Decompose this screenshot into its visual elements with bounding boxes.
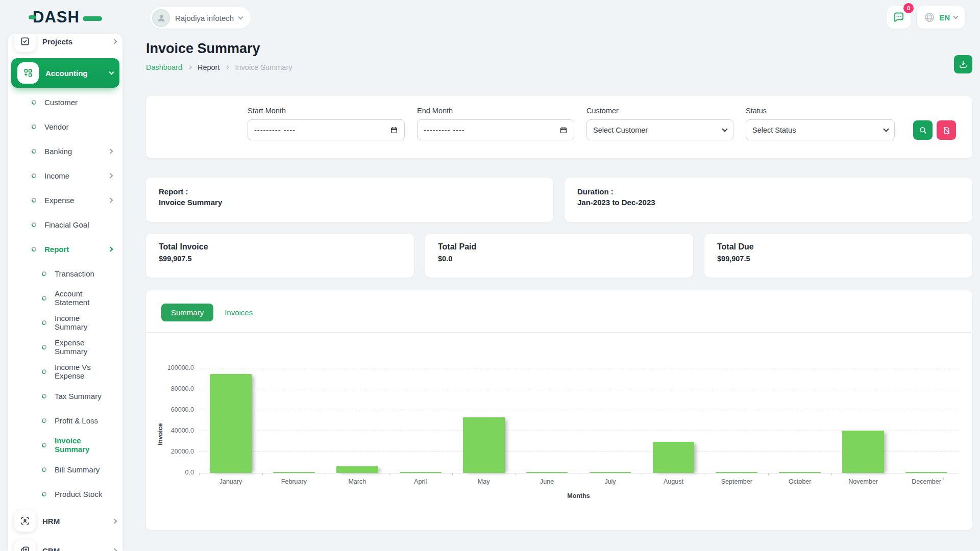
calendar-icon	[559, 126, 568, 134]
bar-march[interactable]	[336, 466, 378, 473]
sidebar-item-profit-loss[interactable]: Profit & Loss	[8, 408, 122, 433]
sidebar-item-label: Vendor	[44, 122, 112, 131]
sidebar-item-label: Transaction	[55, 269, 112, 278]
bullet-icon	[42, 320, 46, 325]
sidebar-item-label: Expense	[44, 196, 101, 205]
x-tick-label: October	[768, 478, 831, 485]
status-select-value: Select Status	[752, 126, 796, 134]
bar-september[interactable]	[716, 472, 757, 473]
sidebar-item-finacial-goal[interactable]: Finacial Goal	[8, 212, 122, 237]
total-due-card: Total Due $99,907.5	[704, 234, 972, 278]
sidebar-item-banking[interactable]: Banking	[8, 139, 122, 163]
sidebar-item-income-summary[interactable]: Income Summary	[8, 310, 122, 335]
bar-october[interactable]	[779, 472, 821, 473]
language-code: EN	[939, 13, 950, 22]
chevron-right-icon	[188, 65, 192, 69]
bar-february[interactable]	[273, 472, 315, 473]
status-select[interactable]: Select Status	[746, 119, 895, 140]
top-bar: DASH Rajodiya infotech 0 EN	[0, 0, 980, 34]
notification-badge: 0	[903, 3, 914, 13]
x-tick-label: February	[262, 478, 326, 485]
end-month-input[interactable]: --------- ----	[417, 119, 574, 140]
calendar-icon	[390, 126, 398, 134]
bar-july[interactable]	[590, 472, 631, 473]
x-tick-label: December	[895, 478, 958, 485]
chevron-down-icon	[722, 126, 727, 132]
invoice-bar-chart: Invoice 100000.080000.060000.040000.0200…	[199, 368, 958, 499]
duration-label: Duration :	[577, 187, 960, 196]
sidebar-item-account-statement[interactable]: Account Statement	[8, 286, 122, 310]
chevron-right-icon	[108, 197, 113, 203]
total-invoice-value: $99,907.5	[159, 255, 401, 263]
clear-filter-button[interactable]	[937, 120, 956, 140]
sidebar-item-label: Expense Summary	[55, 338, 112, 356]
sidebar-item-label: Report	[44, 245, 101, 254]
bar-august[interactable]	[653, 442, 695, 473]
customer-select[interactable]: Select Customer	[586, 119, 733, 140]
sidebar-item-projects[interactable]: Projects	[8, 34, 122, 56]
sidebar-item-label: Income	[44, 171, 101, 180]
x-tick-label: January	[199, 478, 262, 485]
sidebar-item-product-stock[interactable]: Product Stock	[8, 482, 122, 506]
bar-april[interactable]	[400, 472, 442, 473]
breadcrumb-report[interactable]: Report	[198, 63, 220, 71]
chevron-right-icon	[112, 39, 117, 44]
sidebar-item-income[interactable]: Income	[8, 163, 122, 188]
sidebar-item-income-vs-expense[interactable]: Income Vs Expense	[8, 359, 122, 384]
chevron-right-icon	[112, 518, 117, 523]
company-switcher[interactable]: Rajodiya infotech	[150, 7, 251, 29]
sidebar-item-hrm[interactable]: HRM	[8, 506, 122, 536]
sidebar-item-tax-summary[interactable]: Tax Summary	[8, 384, 122, 408]
download-button[interactable]	[954, 55, 972, 73]
chevron-right-icon	[108, 246, 113, 252]
sidebar-item-label: Accounting	[45, 69, 103, 78]
x-axis-title: Months	[199, 492, 958, 499]
x-tick-label: May	[452, 478, 516, 485]
sidebar-item-crm[interactable]: CRM	[8, 536, 122, 551]
sidebar-item-label: Bill Summary	[55, 465, 112, 474]
apply-filter-button[interactable]	[913, 120, 933, 140]
messages-button[interactable]: 0	[887, 6, 911, 29]
bar-december[interactable]	[905, 472, 947, 473]
bar-slot	[516, 368, 579, 473]
bar-may[interactable]	[463, 417, 505, 473]
bullet-icon	[42, 418, 46, 423]
sidebar-item-transaction[interactable]: Transaction	[8, 261, 122, 286]
chevron-right-icon	[225, 65, 229, 69]
sidebar-item-label: Finacial Goal	[44, 220, 112, 229]
bar-june[interactable]	[526, 472, 568, 473]
end-month-field: End Month --------- ----	[417, 107, 574, 140]
sidebar-item-expense-summary[interactable]: Expense Summary	[8, 335, 122, 359]
bar-january[interactable]	[210, 374, 252, 473]
x-tick-label: April	[389, 478, 452, 485]
bullet-icon	[32, 100, 36, 105]
chart-bars	[199, 368, 958, 473]
total-paid-value: $0.0	[438, 255, 680, 263]
bar-november[interactable]	[842, 431, 884, 473]
bar-slot	[389, 368, 452, 473]
chevron-right-icon	[112, 548, 117, 551]
company-name: Rajodiya infotech	[175, 14, 234, 22]
sidebar-item-customer[interactable]: Customer	[8, 90, 122, 114]
tab-summary[interactable]: Summary	[161, 304, 213, 321]
sidebar-item-accounting[interactable]: Accounting	[11, 58, 119, 88]
download-icon	[959, 60, 968, 69]
y-tick-label: 20000.0	[171, 448, 194, 455]
chart-plot: 100000.080000.060000.040000.020000.00.0	[199, 368, 958, 473]
sidebar-item-expense[interactable]: Expense	[8, 188, 122, 212]
sidebar-item-bill-summary[interactable]: Bill Summary	[8, 457, 122, 482]
sidebar-item-invoice-summary[interactable]: Invoice Summary	[8, 433, 122, 457]
tab-invoices[interactable]: Invoices	[223, 304, 255, 321]
main-content: Invoice Summary Dashboard Report Invoice…	[146, 41, 972, 530]
report-duration-row: Report : Invoice Summary Duration : Jan-…	[146, 178, 972, 222]
y-tick-label: 60000.0	[171, 406, 194, 413]
breadcrumb-dashboard[interactable]: Dashboard	[146, 63, 182, 71]
y-tick-label: 0.0	[185, 469, 194, 476]
x-tick-label: June	[516, 478, 579, 485]
sidebar-item-vendor[interactable]: Vendor	[8, 114, 122, 139]
totals-row: Total Invoice $99,907.5 Total Paid $0.0 …	[146, 234, 972, 278]
language-selector[interactable]: EN	[917, 6, 965, 29]
start-month-input[interactable]: --------- ----	[248, 119, 405, 140]
sidebar-item-report[interactable]: Report	[8, 237, 122, 261]
logo-dash-shape	[83, 16, 102, 21]
